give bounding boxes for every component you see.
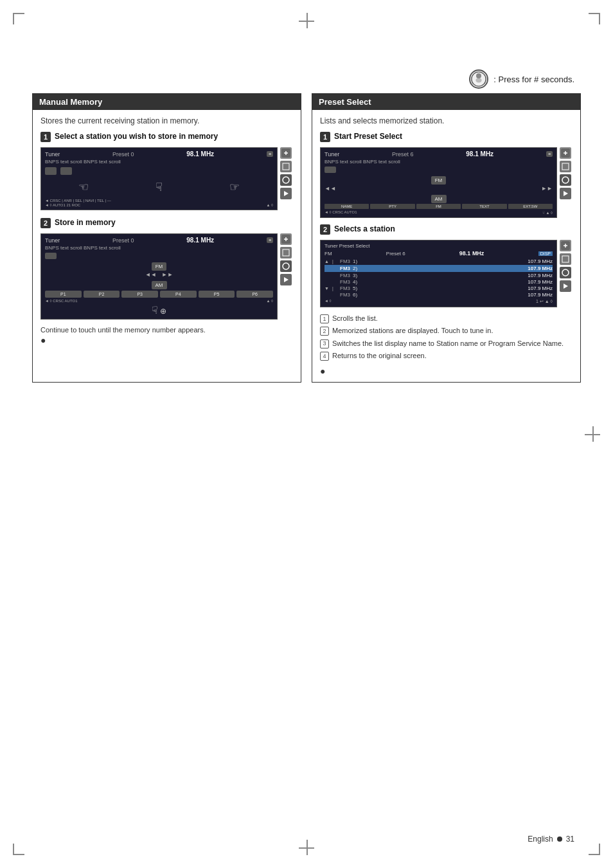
ps-step1-text: Start Preset Select: [334, 132, 402, 142]
preset-select-bullet: ●: [320, 366, 573, 375]
ps-am-button[interactable]: AM: [431, 195, 447, 203]
footer-page-number: 31: [566, 835, 574, 844]
pty-btn[interactable]: PTY: [370, 204, 414, 209]
step1-number: 1: [40, 132, 51, 142]
note-3-num: 3: [320, 339, 329, 348]
bottom-name-row: NAME PTY FM TEXT EXT.SW: [324, 204, 553, 209]
corner-mark-tl: [13, 13, 32, 32]
press-icon: [469, 69, 488, 89]
note-4-text: Returns to the original screen.: [332, 351, 427, 361]
tuner-hands-1: ☜ ☟ ☞: [45, 177, 273, 197]
manual-memory-subtitle: Stores the current receiving station in …: [40, 116, 293, 125]
ps-right-icons-2: [560, 240, 571, 292]
tuner-top-row-1: Tuner Preset 0 98.1 MHz ≡: [45, 150, 273, 158]
ps-tuner-top-row: Tuner Preset 6 98.1 MHz ≡: [324, 150, 553, 158]
manual-memory-bullet: ●: [40, 336, 293, 345]
manual-memory-body: Stores the current receiving station in …: [33, 110, 301, 351]
ps2-side-icon-3: [560, 267, 571, 278]
ps-tuner-label: Tuner: [324, 151, 339, 158]
ps-side-icon-1: [560, 147, 571, 159]
step1-label: 1 Select a station you wish to store in …: [40, 132, 293, 142]
ps-side-icon-2: [560, 161, 571, 172]
ps2-side-icon-4: [560, 280, 571, 292]
tuner-label-2: Tuner: [45, 237, 60, 244]
note-3-text: Switches the list display name to Statio…: [332, 339, 564, 348]
preset-p1[interactable]: P1: [45, 291, 82, 298]
note-1: 1 Scrolls the list.: [320, 314, 573, 323]
tuner-screen-1-wrap: Tuner Preset 0 98.1 MHz ≡ BNPS text scro…: [40, 147, 278, 210]
tps-screen: Tuner Preset Select FM Preset 6 98.1 MHz…: [320, 240, 557, 307]
tuner-preset-1: Preset 0: [112, 151, 134, 158]
note-4: 4 Returns to the original screen.: [320, 351, 573, 361]
side-icon-6: [280, 247, 292, 258]
corner-mark-tr: [581, 13, 600, 32]
step2-label: 2 Store in memory: [40, 218, 293, 228]
ps-fm-button[interactable]: FM: [431, 176, 447, 185]
note-4-num: 4: [320, 352, 329, 361]
tuner-menu-btn-2: ≡: [267, 237, 273, 243]
manual-memory-header: Manual Memory: [33, 94, 301, 110]
svg-point-8: [283, 177, 289, 183]
note-2-text: Memorized stations are displayed. Touch …: [332, 326, 493, 336]
crosshair-bottom: [299, 840, 314, 855]
main-content: Manual Memory Stores the current receivi…: [32, 93, 581, 383]
tps-title: Tuner Preset Select: [324, 243, 369, 249]
side-icon-4: [280, 188, 292, 199]
extsw-btn[interactable]: EXT.SW: [508, 204, 553, 209]
preset-select-panel: Preset Select Lists and selects memorize…: [312, 93, 581, 383]
preset-p3[interactable]: P3: [121, 291, 158, 298]
am-button[interactable]: AM: [152, 281, 167, 289]
tuner-preset-2: Preset 0: [112, 237, 134, 244]
fm-button[interactable]: FM: [152, 262, 167, 271]
tuner-rds-2: BNPS text scroll BNPS text scroll: [45, 245, 273, 251]
text-btn[interactable]: TEXT: [462, 204, 506, 209]
note-3: 3 Switches the list display name to Stat…: [320, 339, 573, 348]
tuner-top-row-2: Tuner Preset 0 98.1 MHz ≡: [45, 237, 273, 244]
ps-tuner-freq: 98.1 MHz: [466, 150, 493, 158]
side-icon-3: [280, 174, 292, 186]
note-1-text: Scrolls the list.: [332, 314, 378, 323]
tuner-preset-row: P1 P2 P3 P4 P5 P6: [45, 291, 273, 298]
preset-p4[interactable]: P4: [160, 291, 197, 298]
ps-tuner-screen-1: Tuner Preset 6 98.1 MHz ≡ BNPS text scro…: [320, 147, 557, 218]
preset-p2[interactable]: P2: [84, 291, 120, 298]
tuner-right-icons-1: [280, 147, 292, 199]
footer-dot: [557, 836, 562, 842]
ps2-side-icon-1: [560, 240, 571, 251]
preset-notes: 1 Scrolls the list. 2 Memorized stations…: [320, 314, 573, 361]
tps-top-row: Tuner Preset Select: [324, 243, 553, 249]
svg-point-15: [283, 263, 289, 269]
fm-sel-btn[interactable]: FM: [416, 204, 461, 209]
crosshair-top: [299, 13, 314, 28]
svg-point-22: [562, 177, 569, 183]
note-1-num: 1: [320, 314, 329, 323]
svg-marker-16: [284, 277, 289, 282]
preset-p6[interactable]: P6: [236, 291, 273, 298]
manual-memory-note: Continue to touch until the memory numbe…: [40, 325, 293, 336]
preset-select-body: Lists and selects memorized station. 1 S…: [312, 110, 580, 382]
side-icon-1: [280, 147, 292, 159]
preset-p5[interactable]: P5: [199, 291, 235, 298]
ps-side-icon-4: [560, 188, 571, 199]
svg-marker-30: [564, 284, 568, 289]
tuner-rds-1: BNPS text scroll BNPS text scroll: [45, 159, 273, 165]
step2-number: 2: [40, 218, 51, 228]
press-instruction: : Press for # seconds.: [469, 69, 574, 89]
step2-text: Store in memory: [55, 218, 116, 228]
tuner-menu-btn: ≡: [267, 151, 273, 157]
ps-tuner-rds: BNPS text scroll BNPS text scroll: [324, 159, 553, 165]
tuner-right-icons-2: [280, 233, 292, 285]
tuner-screen-2: Tuner Preset 0 98.1 MHz ≡ BNPS text scro…: [40, 233, 278, 320]
preset-select-header: Preset Select: [312, 94, 580, 110]
ps-step1-label: 1 Start Preset Select: [320, 132, 573, 142]
tuner-label-1: Tuner: [45, 151, 60, 158]
name-btn[interactable]: NAME: [324, 204, 369, 209]
preset-select-subtitle: Lists and selects memorized station.: [320, 116, 573, 125]
ps-right-icons-1: [560, 147, 571, 199]
svg-marker-9: [284, 191, 289, 196]
svg-point-1: [477, 75, 481, 78]
footer: English 31: [528, 835, 574, 844]
ps-step2-number: 2: [320, 224, 330, 235]
ps-step2-label: 2 Selects a station: [320, 224, 573, 235]
footer-language: English: [528, 835, 553, 844]
